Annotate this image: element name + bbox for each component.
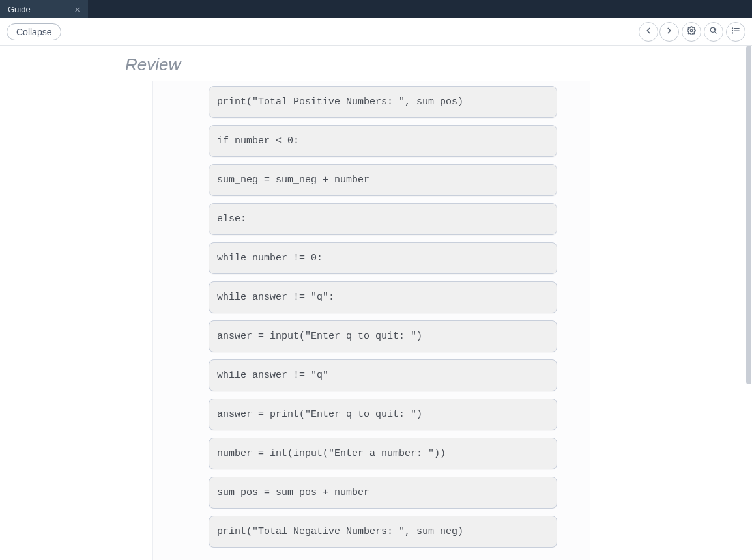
next-button[interactable] bbox=[659, 22, 679, 42]
prev-button[interactable] bbox=[639, 22, 658, 42]
content-panel: print("Total Positive Numbers: ", sum_po… bbox=[152, 81, 590, 560]
svg-point-9 bbox=[732, 33, 732, 33]
code-block[interactable]: print("Total Negative Numbers: ", sum_ne… bbox=[209, 516, 557, 548]
search-flag-icon bbox=[709, 26, 718, 37]
code-block[interactable]: while answer != "q" bbox=[209, 359, 557, 391]
code-block[interactable]: answer = input("Enter q to quit: ") bbox=[209, 320, 557, 352]
svg-rect-3 bbox=[714, 29, 717, 31]
svg-line-2 bbox=[714, 31, 716, 33]
toolbar: Collapse bbox=[0, 18, 752, 46]
collapse-button[interactable]: Collapse bbox=[7, 23, 61, 40]
nav-buttons bbox=[639, 22, 679, 42]
svg-point-8 bbox=[732, 30, 732, 31]
chevron-left-icon bbox=[644, 26, 653, 37]
heading-area: Review bbox=[0, 46, 752, 75]
chevron-right-icon bbox=[665, 26, 674, 37]
tab-guide[interactable]: Guide × bbox=[0, 0, 88, 18]
gear-icon bbox=[687, 26, 696, 37]
code-blocks-container: print("Total Positive Numbers: ", sum_po… bbox=[153, 81, 590, 548]
toolbar-actions bbox=[639, 22, 745, 42]
code-block[interactable]: answer = print("Enter q to quit: ") bbox=[209, 399, 557, 430]
svg-point-0 bbox=[690, 29, 693, 32]
code-block[interactable]: sum_pos = sum_pos + number bbox=[209, 477, 557, 509]
code-block[interactable]: sum_neg = sum_neg + number bbox=[209, 164, 557, 196]
list-icon bbox=[731, 26, 740, 37]
scrollbar-track[interactable] bbox=[745, 46, 752, 560]
code-block[interactable]: print("Total Positive Numbers: ", sum_po… bbox=[209, 86, 557, 118]
list-button[interactable] bbox=[726, 22, 745, 42]
close-icon[interactable]: × bbox=[73, 5, 81, 14]
code-block[interactable]: while number != 0: bbox=[209, 242, 557, 274]
svg-point-7 bbox=[732, 28, 732, 29]
search-button[interactable] bbox=[704, 22, 723, 42]
code-block[interactable]: while answer != "q": bbox=[209, 281, 557, 313]
code-block[interactable]: if number < 0: bbox=[209, 125, 557, 157]
settings-button[interactable] bbox=[682, 22, 701, 42]
tab-bar: Guide × bbox=[0, 0, 752, 18]
scrollbar-thumb[interactable] bbox=[746, 46, 751, 384]
code-block[interactable]: number = int(input("Enter a number: ")) bbox=[209, 438, 557, 469]
page-heading: Review bbox=[125, 55, 752, 75]
tab-title: Guide bbox=[8, 5, 31, 14]
code-block[interactable]: else: bbox=[209, 203, 557, 235]
